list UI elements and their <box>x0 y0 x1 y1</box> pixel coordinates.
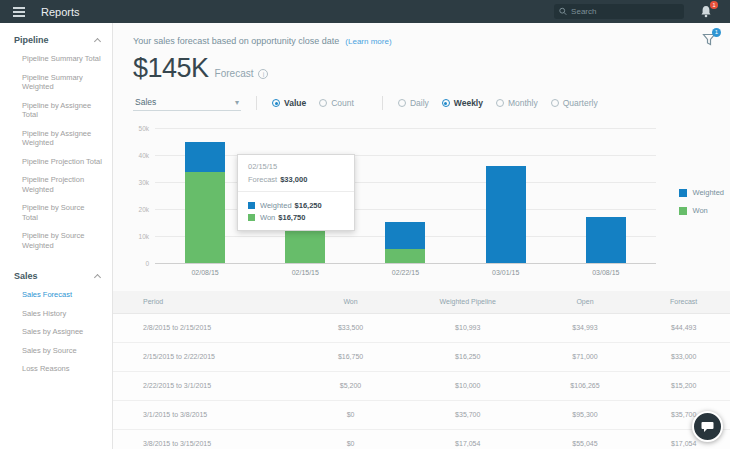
forecast-total: $145K <box>133 53 209 84</box>
search-box[interactable] <box>554 4 684 19</box>
sidebar: Pipeline Pipeline Summary Total Pipeline… <box>0 23 113 449</box>
sidebar-item-pipeline-by-assignee-total[interactable]: Pipeline by Assignee Total <box>22 101 102 120</box>
reports-screen: Reports 1 Pipeline Pipeline Summary Tota… <box>0 0 730 449</box>
search-input[interactable] <box>571 7 679 16</box>
forecast-bar-chart: 50k 40k 30k 20k 10k 0 02/08/15 02/15/15 <box>155 128 656 264</box>
table-row[interactable]: 3/1/2015 to 3/8/2015$0$35,700$95,300$35,… <box>113 400 730 429</box>
learn-more-link[interactable]: (Learn more) <box>345 37 391 46</box>
sidebar-item-pipeline-projection-total[interactable]: Pipeline Projection Total <box>22 157 102 167</box>
metric-radio-group: Value Count <box>272 98 367 108</box>
sidebar-item-sales-forecast[interactable]: Sales Forecast <box>22 290 102 300</box>
radio-icon <box>496 99 504 107</box>
col-header-won[interactable]: Won <box>298 291 403 313</box>
radio-selected-icon <box>442 99 450 107</box>
hamburger-menu-icon[interactable] <box>13 5 25 19</box>
forecast-label: Forecast <box>215 68 254 79</box>
notification-badge: 1 <box>710 1 718 9</box>
table-row[interactable]: 2/8/2015 to 2/15/2015$33,500$10,993$34,9… <box>113 313 730 342</box>
weighted-swatch <box>679 189 687 197</box>
bar-segment-weighted <box>185 142 225 172</box>
y-axis-tick: 20k <box>119 206 149 213</box>
bar-segment-won <box>385 249 425 263</box>
forecast-table: Period Won Weighted Pipeline Open Foreca… <box>113 291 730 449</box>
chat-widget-button[interactable] <box>692 411 723 442</box>
period-radio-group: Daily Weekly Monthly Quarterly <box>398 98 611 108</box>
chevron-up-icon <box>94 273 101 280</box>
radio-weekly[interactable]: Weekly <box>442 98 483 108</box>
radio-quarterly[interactable]: Quarterly <box>551 98 598 108</box>
bar-segment-weighted <box>586 217 626 263</box>
sidebar-item-sales-by-source[interactable]: Sales by Source <box>22 346 102 356</box>
filter-button[interactable]: 1 <box>702 32 716 50</box>
y-axis-tick: 50k <box>119 125 149 132</box>
search-icon <box>559 7 567 16</box>
sidebar-section-sales[interactable]: Sales <box>14 271 112 281</box>
table-row[interactable]: 2/22/2015 to 3/1/2015$5,200$10,000$106,2… <box>113 371 730 400</box>
notifications-button[interactable]: 1 <box>700 4 714 19</box>
main-content: Your sales forecast based on opportunity… <box>113 23 730 449</box>
radio-value[interactable]: Value <box>272 98 306 108</box>
col-header-forecast[interactable]: Forecast <box>637 291 730 313</box>
x-axis-label: 02/22/15 <box>385 269 425 276</box>
report-type-select[interactable]: Sales ▾ <box>133 95 241 111</box>
sidebar-item-sales-by-assignee[interactable]: Sales by Assignee <box>22 327 102 337</box>
sidebar-item-pipeline-by-source-total[interactable]: Pipeline by Source Total <box>22 203 102 222</box>
table-row[interactable]: 3/8/2015 to 3/15/2015$0$17,054$55,045$17… <box>113 429 730 449</box>
banner-text: Your sales forecast based on opportunity… <box>133 36 339 46</box>
col-header-weighted[interactable]: Weighted Pipeline <box>403 291 533 313</box>
info-icon[interactable]: i <box>258 69 268 79</box>
radio-icon <box>319 99 327 107</box>
bar-02-08-15[interactable]: 02/08/15 <box>185 128 225 263</box>
forecast-headline: $145K Forecast i <box>113 46 730 84</box>
tooltip-weighted: Weighted$16,250 <box>248 201 344 210</box>
radio-icon <box>551 99 559 107</box>
chart-legend: Weighted Won <box>679 188 724 224</box>
y-axis-tick: 10k <box>119 233 149 240</box>
won-swatch <box>248 214 255 221</box>
radio-icon <box>398 99 406 107</box>
sidebar-section-pipeline[interactable]: Pipeline <box>14 35 112 45</box>
sidebar-item-pipeline-summary-total[interactable]: Pipeline Summary Total <box>22 54 102 64</box>
bar-segment-weighted <box>385 222 425 249</box>
x-axis-label: 02/08/15 <box>185 269 225 276</box>
filter-count-badge: 1 <box>712 28 721 37</box>
bar-02-22-15[interactable]: 02/22/15 <box>385 128 425 263</box>
col-header-period[interactable]: Period <box>113 291 298 313</box>
sidebar-item-sales-history[interactable]: Sales History <box>22 309 102 319</box>
bar-segment-weighted <box>486 166 526 263</box>
tooltip-won: Won$16,750 <box>248 213 344 222</box>
radio-count[interactable]: Count <box>319 98 354 108</box>
radio-monthly[interactable]: Monthly <box>496 98 538 108</box>
chevron-down-icon: ▾ <box>235 98 239 107</box>
top-bar: Reports 1 <box>0 0 730 23</box>
sidebar-item-pipeline-by-source-weighted[interactable]: Pipeline by Source Weighted <box>22 231 102 250</box>
chat-bubble-icon <box>701 421 714 433</box>
bar-segment-won <box>185 172 225 263</box>
radio-daily[interactable]: Daily <box>398 98 429 108</box>
table-row[interactable]: 2/15/2015 to 2/22/2015$16,750$16,250$71,… <box>113 342 730 371</box>
tooltip-forecast: Forecast$33,000 <box>238 175 354 192</box>
y-axis-tick: 40k <box>119 152 149 159</box>
col-header-open[interactable]: Open <box>533 291 638 313</box>
bar-03-01-15[interactable]: 03/01/15 <box>486 128 526 263</box>
radio-selected-icon <box>272 99 280 107</box>
chart-controls: Sales ▾ Value Count <box>133 95 730 111</box>
x-axis-label: 03/08/15 <box>586 269 626 276</box>
legend-won: Won <box>679 206 724 215</box>
bar-03-08-15[interactable]: 03/08/15 <box>586 128 626 263</box>
sidebar-item-loss-reasons[interactable]: Loss Reasons <box>22 364 102 374</box>
y-axis-tick: 0 <box>119 260 149 267</box>
chevron-up-icon <box>94 37 101 44</box>
sidebar-item-pipeline-summary-weighted[interactable]: Pipeline Summary Weighted <box>22 73 102 92</box>
legend-weighted: Weighted <box>679 188 724 197</box>
weighted-swatch <box>248 202 255 209</box>
forecast-banner: Your sales forecast based on opportunity… <box>113 23 730 46</box>
x-axis-label: 02/15/15 <box>285 269 325 276</box>
sidebar-item-pipeline-by-assignee-weighted[interactable]: Pipeline by Assignee Weighted <box>22 129 102 148</box>
table-header-row: Period Won Weighted Pipeline Open Foreca… <box>113 291 730 313</box>
page-title: Reports <box>41 6 80 18</box>
x-axis-label: 03/01/15 <box>486 269 526 276</box>
won-swatch <box>679 207 687 215</box>
chart-tooltip: 02/15/15 Forecast$33,000 Weighted$16,250… <box>237 154 355 231</box>
sidebar-item-pipeline-projection-weighted[interactable]: Pipeline Projection Weighted <box>22 175 102 194</box>
